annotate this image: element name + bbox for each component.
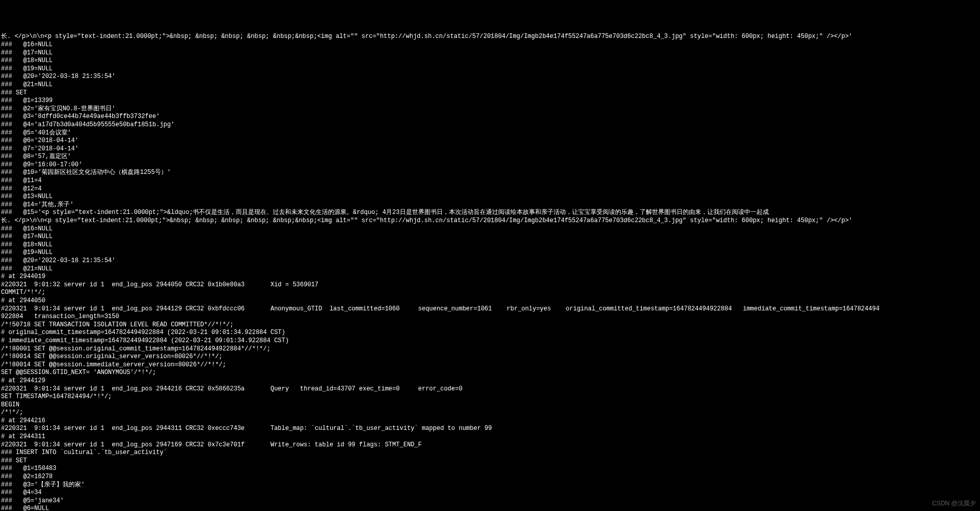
terminal-line: BEGIN xyxy=(1,401,979,409)
terminal-line: #220321 9:01:32 server id 1 end_log_pos … xyxy=(1,281,979,289)
terminal-line: ### @18=NULL xyxy=(1,241,979,249)
terminal-output[interactable]: 长. </p>\n\n<p style="text-indent:21.0000… xyxy=(1,33,979,511)
terminal-line: ### @21=NULL xyxy=(1,81,979,89)
terminal-line: #220321 9:01:34 server id 1 end_log_pos … xyxy=(1,385,979,394)
terminal-line: SET @@SESSION.GTID_NEXT= 'ANONYMOUS'/*!*… xyxy=(1,369,979,377)
terminal-line: ### SET xyxy=(1,89,979,97)
terminal-line: /*!50718 SET TRANSACTION ISOLATION LEVEL… xyxy=(1,321,979,329)
terminal-line: /*!*/; xyxy=(1,409,979,417)
terminal-line: ### @4='a17d7b3d0a404d5b95555e50baf1851b… xyxy=(1,121,979,129)
terminal-line: ### @7='2018-04-14' xyxy=(1,145,979,153)
terminal-line: #220321 9:01:34 server id 1 end_log_pos … xyxy=(1,441,979,449)
terminal-line: COMMIT/*!*/; xyxy=(1,289,979,297)
terminal-line: ### @3='【亲子】我的家' xyxy=(1,481,979,489)
terminal-line: ### @17=NULL xyxy=(1,233,979,241)
terminal-line: ### @21=NULL xyxy=(1,265,979,273)
terminal-line: ### @13=NULL xyxy=(1,193,979,201)
terminal-line: ### @9='16:00-17:00' xyxy=(1,161,979,169)
terminal-line: ### @18=NULL xyxy=(1,57,979,65)
terminal-line: ### SET xyxy=(1,457,979,465)
terminal-line: # at 2944311 xyxy=(1,433,979,441)
terminal-line: # original_commit_timestamp=164782449492… xyxy=(1,329,979,337)
terminal-line: ### @11=4 xyxy=(1,177,979,185)
terminal-line: ### @4=34 xyxy=(1,489,979,497)
terminal-line: ### @17=NULL xyxy=(1,49,979,57)
terminal-line: ### @19=NULL xyxy=(1,249,979,257)
terminal-line: ### @2=16278 xyxy=(1,473,979,481)
terminal-line: ### @12=4 xyxy=(1,185,979,193)
terminal-line: 长. </p>\n\n<p style="text-indent:21.0000… xyxy=(1,33,979,41)
terminal-line: ### @5='401会议室' xyxy=(1,129,979,137)
terminal-line: #220321 9:01:34 server id 1 end_log_pos … xyxy=(1,305,979,313)
terminal-line: ### @2='家有宝贝NO.8-世界图书日' xyxy=(1,105,979,113)
terminal-line: ### @6=NULL xyxy=(1,505,979,511)
terminal-line: 长. </p>\n\n<p style="text-indent:21.0000… xyxy=(1,217,979,225)
terminal-line: ### @20='2022-03-18 21:35:54' xyxy=(1,73,979,81)
terminal-line: /*!80014 SET @@session.immediate_server_… xyxy=(1,361,979,369)
terminal-line: ### @1=13399 xyxy=(1,97,979,105)
terminal-line: # at 2944019 xyxy=(1,273,979,281)
terminal-line: ### @1=150483 xyxy=(1,465,979,473)
terminal-line: ### INSERT INTO `cultural`.`tb_user_acti… xyxy=(1,449,979,457)
terminal-line: /*!80001 SET @@session.original_commit_t… xyxy=(1,345,979,353)
terminal-line: /*!80014 SET @@session.original_server_v… xyxy=(1,353,979,361)
terminal-line: ### @20='2022-03-18 21:35:54' xyxy=(1,257,979,265)
terminal-line: # at 2944129 xyxy=(1,377,979,385)
terminal-line: ### @19=NULL xyxy=(1,65,979,73)
terminal-line: ### @16=NULL xyxy=(1,41,979,49)
terminal-line: ### @10='菊园新区社区文化活动中心（棋盘路1255号）' xyxy=(1,169,979,177)
terminal-line: #220321 9:01:34 server id 1 end_log_pos … xyxy=(1,425,979,433)
terminal-line: ### @5='jane34' xyxy=(1,497,979,505)
terminal-line: ### @15='<p style="text-indent:21.0000pt… xyxy=(1,209,979,217)
terminal-line: # immediate_commit_timestamp=16478244949… xyxy=(1,337,979,345)
terminal-line: # at 2944216 xyxy=(1,417,979,425)
terminal-line: ### @16=NULL xyxy=(1,225,979,233)
terminal-line: # at 2944050 xyxy=(1,297,979,305)
terminal-line: ### @14='其他,亲子' xyxy=(1,201,979,209)
terminal-line: SET TIMESTAMP=1647824494/*!*/; xyxy=(1,393,979,401)
terminal-line: ### @6='2018-04-14' xyxy=(1,137,979,145)
terminal-line: ### @3='8dffd0ce44b74e49ae44b3ffb3732fee… xyxy=(1,113,979,121)
terminal-line: ### @8='57,嘉定区' xyxy=(1,153,979,161)
terminal-line: 922884 transaction_length=3150 xyxy=(1,313,979,321)
